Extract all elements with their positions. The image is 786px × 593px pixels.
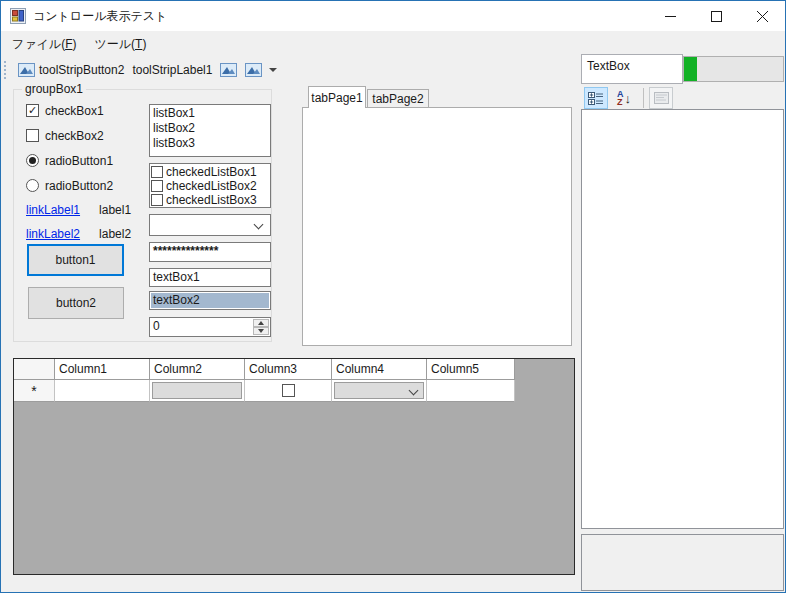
chevron-down-icon [254, 220, 264, 230]
checkbox-label: checkBox2 [45, 129, 104, 143]
radio-label: radioButton2 [45, 179, 113, 193]
menu-item-2[interactable]: ツール(T) [85, 36, 155, 53]
property-grid-list[interactable] [581, 109, 784, 529]
close-icon [757, 11, 768, 22]
tab-page2[interactable]: tabPage2 [367, 89, 429, 108]
menu-item-text: ツール( [94, 37, 135, 51]
toolbar-separator [643, 88, 644, 108]
list-box-item[interactable]: listBox1 [153, 106, 270, 121]
column-header[interactable]: Column4 [332, 359, 427, 380]
column-header[interactable]: Column3 [245, 359, 332, 380]
group-box1-rows: ✓checkBox1checkBox2radioButton1radioButt… [14, 98, 154, 246]
grid-combo-cell[interactable] [334, 382, 424, 399]
arrow-up-icon [258, 321, 264, 325]
menu-item-text: ファイル( [12, 37, 65, 51]
column-header[interactable]: Column1 [55, 359, 150, 380]
label-2: label2 [99, 227, 131, 241]
checked-list-box-item[interactable]: checkedListBox2 [151, 179, 270, 193]
checkbox-label: checkBox1 [45, 104, 104, 118]
categorized-icon [588, 91, 604, 106]
toolstrip-button-image-1[interactable] [216, 60, 241, 80]
column-header[interactable]: Column5 [427, 359, 515, 380]
grid-checkbox-cell[interactable] [282, 384, 295, 397]
close-button[interactable] [739, 1, 785, 31]
az-sort-icon: A Z [617, 90, 624, 106]
menu-item-1[interactable]: ファイル(F) [3, 36, 85, 53]
grid-cell-text[interactable] [427, 380, 515, 402]
grid-cell-text[interactable] [55, 380, 150, 402]
toolstrip-button2[interactable]: toolStripButton2 [14, 60, 128, 80]
checkbox-icon [26, 129, 39, 142]
grid-row-header: * [14, 380, 55, 402]
grid-cell-button[interactable] [150, 380, 245, 402]
menu-item-text: ) [72, 37, 76, 51]
checkbox-row-1[interactable]: ✓checkBox1 [14, 98, 154, 123]
radio-label: radioButton1 [45, 154, 113, 168]
property-grid-alphabetical-button[interactable]: A Z ↓ [610, 87, 638, 109]
grid-button-cell[interactable] [152, 382, 242, 399]
minimize-icon [665, 11, 676, 22]
list-box-item[interactable]: listBox2 [153, 121, 270, 136]
checkbox-icon [151, 180, 163, 192]
spin-down-button[interactable] [253, 327, 269, 335]
toolstrip: toolStripButton2 toolStripLabel1 [1, 57, 582, 83]
tab-page1[interactable]: tabPage1 [308, 86, 366, 108]
list-box1[interactable]: listBox1listBox2listBox3 [149, 104, 271, 157]
right-text-box[interactable]: TextBox [581, 54, 683, 84]
password-field[interactable]: ************** [149, 242, 271, 262]
grid-cell-checkbox[interactable] [245, 380, 332, 402]
text-box1[interactable]: textBox1 [149, 268, 271, 287]
arrow-down-icon: ↓ [625, 91, 632, 106]
data-grid-view: Column1Column2Column3Column4Column5 * [13, 358, 575, 575]
checked-list-box-item[interactable]: checkedListBox3 [151, 193, 270, 207]
minimize-button[interactable] [647, 1, 693, 31]
image-icon [245, 62, 262, 78]
chevron-down-icon [269, 68, 277, 72]
radio-row-2[interactable]: radioButton2 [14, 173, 154, 198]
checkbox-icon: ✓ [26, 104, 39, 117]
toolstrip-grip[interactable] [4, 61, 9, 79]
grid-cell-combo[interactable] [332, 380, 427, 402]
text-box2[interactable]: textBox2 [149, 291, 271, 310]
image-icon [18, 62, 35, 78]
group-box1-title: groupBox1 [22, 82, 86, 96]
radio-row-1[interactable]: radioButton1 [14, 148, 154, 173]
app-icon [10, 8, 26, 24]
property-grid-categorized-button[interactable] [584, 87, 608, 109]
chevron-down-icon [409, 386, 419, 396]
checked-list-box-label: checkedListBox3 [166, 193, 257, 207]
link-label-1[interactable]: linkLabel1 [26, 203, 80, 217]
maximize-button[interactable] [693, 1, 739, 31]
spin-up-button[interactable] [253, 319, 269, 327]
menu-item-text: ) [142, 37, 146, 51]
toolstrip-split-button[interactable] [241, 60, 281, 80]
numeric-up-down[interactable]: 0 [149, 317, 271, 337]
image-icon [220, 62, 237, 78]
checked-list-box-label: checkedListBox1 [166, 165, 257, 179]
window-controls [647, 1, 785, 31]
link-row-1: linkLabel1label1 [14, 198, 154, 222]
text-box2-selection: textBox2 [151, 293, 269, 308]
checked-list-box-item[interactable]: checkedListBox1 [151, 165, 270, 179]
checked-list-box1[interactable]: checkedListBox1checkedListBox2checkedLis… [149, 163, 271, 208]
toolstrip-label1: toolStripLabel1 [128, 63, 216, 77]
property-grid-description [581, 534, 784, 591]
column-header[interactable]: Column2 [150, 359, 245, 380]
checkbox-icon [151, 194, 163, 206]
radio-icon [26, 179, 39, 192]
combo-box1[interactable] [149, 214, 271, 236]
grid-header-row: Column1Column2Column3Column4Column5 [14, 359, 574, 380]
arrow-down-icon [258, 329, 264, 333]
window-title: コントロール表示テスト [33, 8, 167, 25]
checkbox-row-2[interactable]: checkBox2 [14, 123, 154, 148]
tab-page1-panel [302, 107, 572, 346]
link-label-2[interactable]: linkLabel2 [26, 227, 80, 241]
list-box-item[interactable]: listBox3 [153, 136, 270, 151]
title-bar: コントロール表示テスト [1, 1, 785, 31]
button1[interactable]: button1 [27, 244, 124, 276]
grid-data-row: * [14, 380, 574, 402]
toolstrip-button2-label: toolStripButton2 [39, 63, 124, 77]
link-row-2: linkLabel2label2 [14, 222, 154, 246]
maximize-icon [711, 11, 722, 22]
button2[interactable]: button2 [28, 287, 124, 319]
